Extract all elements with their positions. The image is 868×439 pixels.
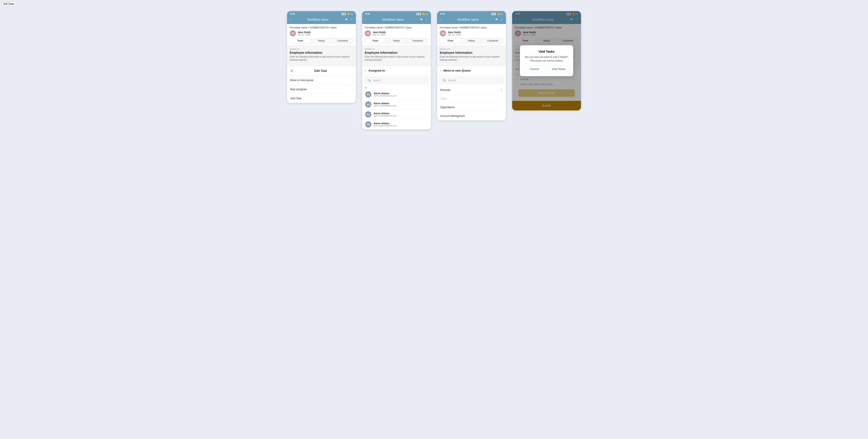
user-date-1: Jan 12, 2023	[298, 33, 311, 36]
move-to-queue-label: Move to new queue	[290, 79, 313, 82]
search-placeholder-3: Search	[448, 79, 456, 82]
tab-history-2[interactable]: History	[386, 38, 407, 43]
queue-item-0[interactable]: Renwals ✓	[437, 86, 506, 94]
check-icon-0: ✓	[501, 88, 503, 91]
user-date-3: Jan 12, 2023	[448, 33, 461, 36]
back-icon-2[interactable]: ‹	[365, 18, 366, 21]
user-row-3: JS Jane Smith Jan 12, 2023	[440, 30, 503, 36]
form-title-3: Form/task name • #2398057295723 • Open	[440, 26, 503, 29]
user-item-2-3[interactable]: AA Aaron Adams aaron.adams@domo.com	[362, 119, 431, 129]
dialog-desc: Are you sure you want to void 2 tickets?…	[524, 55, 570, 62]
user-avatar-2-0: AA	[365, 91, 371, 97]
form-header-3: Form/task name • #2398057295723 • Open J…	[437, 24, 506, 46]
signal-icon-2: ▌▌▌	[417, 13, 421, 15]
battery-icon: ▭	[351, 13, 353, 15]
user-details-2-2: Aaron Adams aaron.adams@domo.com	[374, 112, 397, 117]
user-item-2-1[interactable]: AA Aaron Adams aaron.adams@domo.com	[362, 99, 431, 110]
page-label: Edit Tasks	[2, 2, 16, 6]
section-content-1: Section 1/2 Employee Information Enter t…	[287, 46, 356, 66]
section-desc-3: Enter the following information to get a…	[440, 55, 503, 62]
user-info-3: Jane Smith Jan 12, 2023	[448, 31, 461, 36]
back-button-2[interactable]: ‹	[365, 69, 366, 72]
top-nav-2: ‹ Workflow name ⚑ ⋮	[362, 16, 431, 24]
user-details-2-0: Aaron Adams aaron.adams@domo.com	[374, 92, 397, 97]
tab-form-3[interactable]: Form	[440, 38, 461, 43]
user-list-email-2-3: aaron.adams@domo.com	[374, 125, 397, 127]
flag-icon-1[interactable]: ⚑	[345, 18, 348, 21]
search-icon-3: 🔍	[443, 79, 446, 82]
top-nav-1: ‹ Workflow name ⚑ ⋮	[287, 16, 356, 24]
new-assignee-item[interactable]: New assignee ›	[287, 85, 356, 94]
queue-name-0: Renwals	[440, 88, 451, 91]
search-box-3[interactable]: 🔍 Search	[440, 77, 503, 84]
user-list-email-2-1: aaron.adams@domo.com	[374, 105, 397, 107]
back-button-3[interactable]: ‹	[440, 69, 441, 72]
search-box-2[interactable]: 🔍 Search	[365, 77, 428, 84]
user-item-2-0[interactable]: AA Aaron Adams aaron.adams@domo.com	[362, 90, 431, 99]
queue-item-1[interactable]: Sales	[437, 94, 506, 103]
move-to-queue-item[interactable]: Move to new queue ›	[287, 76, 356, 85]
user-avatar-2-1: AA	[365, 101, 371, 108]
close-button-1[interactable]: ✕	[290, 69, 293, 73]
user-list-name-2-1: Aaron Adams	[374, 102, 397, 105]
queue-item-2[interactable]: Opperations	[437, 103, 506, 112]
form-header-1: Form/task name • #2398057295723 • Open J…	[287, 24, 356, 46]
chevron-icon-1: ›	[352, 79, 353, 82]
status-icons-2: ▌▌▌ 📶 ▭	[417, 13, 428, 15]
time-3: 9:41	[440, 12, 445, 15]
tab-comments-1[interactable]: Comments	[332, 38, 353, 43]
signal-icon-3: ▌▌▌	[492, 13, 496, 15]
user-details-2-1: Aaron Adams aaron.adams@domo.com	[374, 102, 397, 107]
flag-icon-3[interactable]: ⚑	[495, 18, 498, 21]
status-bar-2: 9:41 ▌▌▌ 📶 ▭	[362, 11, 431, 16]
user-item-2-2[interactable]: AA Aaron Adams aaron.adams@domo.com	[362, 110, 431, 119]
form-title-2: Form/task name • #2398057295723 • Open	[365, 26, 428, 29]
queue-name-2: Opperations	[440, 106, 455, 109]
tab-comments-3[interactable]: Comments	[482, 38, 503, 43]
more-icon-1[interactable]: ⋮	[350, 18, 353, 21]
form-title-1: Form/task name • #2398057295723 • Open	[290, 26, 353, 29]
section-content-2: Section 1/2 Employee Information Enter t…	[362, 46, 431, 66]
tab-comments-2[interactable]: Comments	[407, 38, 428, 43]
more-icon-3[interactable]: ⋮	[500, 18, 503, 21]
battery-icon-2: ▭	[426, 13, 428, 15]
panel-nav-header-3: ‹ Move to new Queue	[437, 66, 506, 75]
user-avatar-2-2: AA	[365, 111, 371, 118]
tab-history-3[interactable]: History	[461, 38, 482, 43]
void-tasks-dialog: Void Tasks Are you sure you want to void…	[520, 45, 573, 76]
avatar-3: JS	[440, 30, 446, 36]
section-label-2: Section 1/2	[365, 48, 428, 50]
form-header-2: Form/task name • #2398057295723 • Open J…	[362, 24, 431, 46]
tab-form-1[interactable]: Form	[290, 38, 311, 43]
section-desc-2: Enter the following information to get a…	[365, 55, 428, 62]
queue-item-3[interactable]: Account Managment	[437, 112, 506, 120]
void-task-item[interactable]: Void Task	[287, 94, 356, 103]
phone-2: 9:41 ▌▌▌ 📶 ▭ ‹ Workflow name ⚑ ⋮ Form/ta…	[362, 11, 431, 129]
status-bar-3: 9:41 ▌▌▌ 📶 ▭	[437, 11, 506, 16]
more-icon-2[interactable]: ⋮	[425, 18, 428, 21]
avatar-2: JS	[365, 30, 371, 36]
queue-panel-title: Move to new Queue	[443, 69, 471, 72]
tabs-3: Form History Comments	[440, 38, 503, 43]
queue-panel: ‹ Move to new Queue 🔍 Search Renwals ✓ S…	[437, 66, 506, 120]
section-title-1: Employee Information	[290, 51, 353, 54]
nav-title-1: Workflow name	[307, 18, 329, 21]
section-title-2: Employee Information	[365, 51, 428, 54]
cancel-button[interactable]: Cancel	[524, 65, 546, 72]
user-list-name-2-0: Aaron Adams	[374, 92, 397, 95]
dialog-overlay: Void Tasks Are you sure you want to void…	[512, 11, 581, 110]
user-row-1: JS Jane Smith Jan 12, 2023	[290, 30, 353, 36]
void-tasks-button[interactable]: Void Tasks	[548, 65, 570, 72]
section-title-3: Employee Information	[440, 51, 503, 54]
void-task-label: Void Task	[290, 97, 302, 100]
top-nav-3: ‹ Workflow name ⚑ ⋮	[437, 16, 506, 24]
back-icon-3[interactable]: ‹	[440, 18, 441, 21]
tab-form-2[interactable]: Form	[365, 38, 386, 43]
user-info-2: Jane Smith Jan 12, 2023	[373, 31, 386, 36]
user-list-email-2-2: aaron.adams@domo.com	[374, 115, 397, 117]
wifi-icon-2: 📶	[422, 13, 425, 15]
tab-history-1[interactable]: History	[311, 38, 332, 43]
flag-icon-2[interactable]: ⚑	[420, 18, 423, 21]
nav-title-2: Workflow name	[382, 18, 404, 21]
back-icon-1[interactable]: ‹	[290, 18, 291, 21]
